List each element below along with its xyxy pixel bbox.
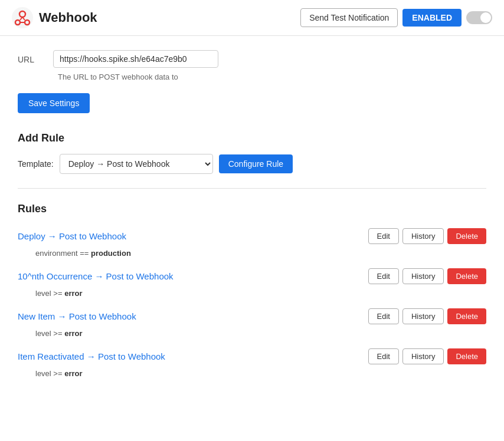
template-select[interactable]: Deploy → Post to Webhook 10^nth Occurren… [60,154,213,174]
save-settings-button[interactable]: Save Settings [18,93,90,113]
rule-condition: environment == production [18,249,486,258]
rule-row: Deploy → Post to Webhook Edit History De… [18,225,486,248]
rule-actions: Edit History Delete [368,308,486,324]
rule-actions: Edit History Delete [368,348,486,364]
url-row: URL [18,50,486,68]
rule-name[interactable]: Deploy → Post to Webhook [18,231,126,241]
divider [18,188,486,189]
rules-title: Rules [18,203,486,215]
header: Webhook Send Test Notification ENABLED [0,0,504,36]
template-label: Template: [18,159,54,169]
edit-rule-button[interactable]: Edit [368,348,399,364]
webhook-logo-icon [12,7,33,28]
delete-rule-button[interactable]: Delete [447,308,486,324]
add-rule-title: Add Rule [18,132,486,144]
rule-name[interactable]: New Item → Post to Webhook [18,311,136,321]
delete-rule-button[interactable]: Delete [447,348,486,364]
template-row: Template: Deploy → Post to Webhook 10^nt… [18,154,486,174]
rule-condition: level >= error [18,369,486,378]
history-rule-button[interactable]: History [402,268,444,284]
edit-rule-button[interactable]: Edit [368,228,399,244]
rule-item: 10^nth Occurrence → Post to Webhook Edit… [18,265,486,298]
history-rule-button[interactable]: History [402,348,444,364]
rule-actions: Edit History Delete [368,268,486,284]
url-label: URL [18,50,53,64]
rule-item: New Item → Post to Webhook Edit History … [18,305,486,338]
rule-item: Deploy → Post to Webhook Edit History De… [18,225,486,258]
rule-actions: Edit History Delete [368,228,486,244]
send-test-notification-button[interactable]: Send Test Notification [300,8,398,27]
rule-row: 10^nth Occurrence → Post to Webhook Edit… [18,265,486,288]
delete-rule-button[interactable]: Delete [447,228,486,244]
delete-rule-button[interactable]: Delete [447,268,486,284]
edit-rule-button[interactable]: Edit [368,268,399,284]
rule-condition: level >= error [18,289,486,298]
url-hint: The URL to POST webhook data to [58,73,486,81]
header-actions: Send Test Notification ENABLED [300,8,492,27]
rule-name[interactable]: 10^nth Occurrence → Post to Webhook [18,271,174,281]
rule-name[interactable]: Item Reactivated → Post to Webhook [18,351,165,361]
enabled-toggle[interactable] [466,11,492,24]
main-content: URL The URL to POST webhook data to Save… [0,36,504,399]
rule-condition: level >= error [18,329,486,338]
url-input[interactable] [53,50,218,68]
configure-rule-button[interactable]: Configure Rule [219,154,293,173]
rules-list: Deploy → Post to Webhook Edit History De… [18,225,486,378]
enabled-button[interactable]: ENABLED [402,9,462,27]
history-rule-button[interactable]: History [402,308,444,324]
rule-item: Item Reactivated → Post to Webhook Edit … [18,345,486,378]
rule-row: New Item → Post to Webhook Edit History … [18,305,486,328]
edit-rule-button[interactable]: Edit [368,308,399,324]
rule-row: Item Reactivated → Post to Webhook Edit … [18,345,486,368]
history-rule-button[interactable]: History [402,228,444,244]
page-title: Webhook [39,10,300,25]
